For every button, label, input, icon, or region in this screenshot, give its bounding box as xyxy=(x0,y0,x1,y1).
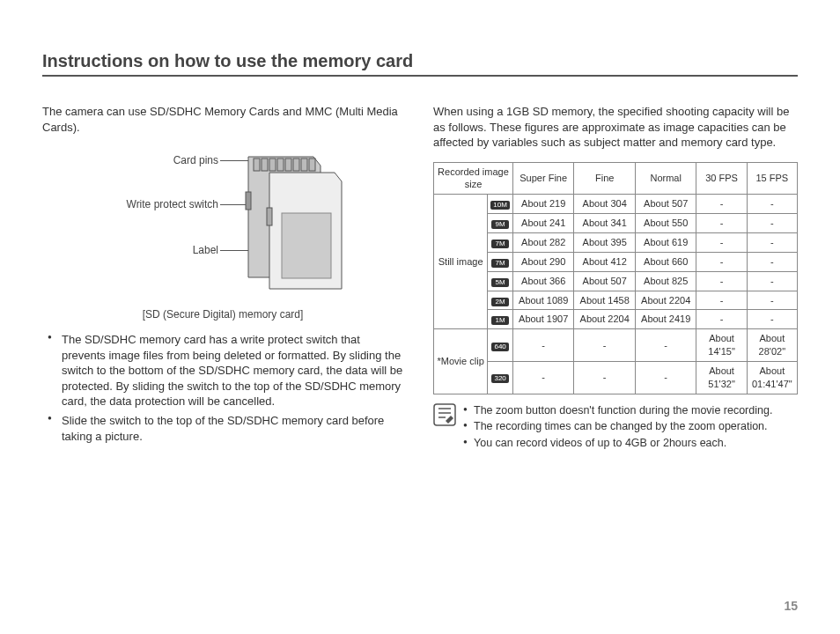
left-bullet-list: The SD/SDHC memory card has a write prot… xyxy=(42,332,403,444)
note-icon xyxy=(433,403,456,426)
intro-left: The camera can use SD/SDHC Memory Cards … xyxy=(42,104,403,135)
svg-rect-11 xyxy=(434,404,455,425)
size-icon: 5M xyxy=(491,278,509,287)
table-row: 9M About 241 About 341 About 550 - - xyxy=(434,214,798,233)
table-row: Still image 10M About 219 About 304 Abou… xyxy=(434,195,798,214)
size-icon: 1M xyxy=(491,316,509,325)
table-row: 7M About 282 About 395 About 619 - - xyxy=(434,233,798,253)
svg-rect-1 xyxy=(254,158,260,171)
group-still: Still image xyxy=(434,195,488,329)
sd-card-diagram: Card pins Write protect switch Label xyxy=(42,146,403,300)
diagram-caption: [SD (Secure Digital) memory card] xyxy=(42,307,403,321)
capacity-table: Recorded image size Super Fine Fine Norm… xyxy=(433,162,798,394)
svg-rect-5 xyxy=(285,158,291,171)
th-15fps: 15 FPS xyxy=(747,162,797,195)
size-icon: 10M xyxy=(490,201,510,210)
table-row: 320 - - - About 51'32" About 01:41'47" xyxy=(434,361,798,394)
note-2: The recording times can be changed by th… xyxy=(463,419,772,434)
table-row: 2M About 1089 About 1458 About 2204 - - xyxy=(434,291,798,310)
svg-rect-9 xyxy=(267,208,272,225)
size-icon: 9M xyxy=(491,220,509,229)
sd-card-svg xyxy=(243,150,366,291)
svg-rect-8 xyxy=(309,158,315,171)
svg-rect-3 xyxy=(269,158,276,171)
svg-rect-7 xyxy=(301,158,307,171)
page-title: Instructions on how to use the memory ca… xyxy=(42,51,798,77)
th-fine: Fine xyxy=(574,162,636,195)
left-column: The camera can use SD/SDHC Memory Cards … xyxy=(42,92,403,453)
note-3: You can record videos of up to 4GB or 2h… xyxy=(463,436,772,451)
size-icon: 7M xyxy=(491,240,509,248)
left-bullet-2: Slide the switch to the top of the SD/SD… xyxy=(55,413,403,444)
group-movie: *Movie clip xyxy=(434,329,488,394)
size-icon: 7M xyxy=(491,259,509,268)
svg-rect-2 xyxy=(262,158,268,171)
page-number: 15 xyxy=(784,599,798,613)
svg-rect-0 xyxy=(246,192,251,210)
size-icon: 2M xyxy=(491,298,509,306)
svg-rect-6 xyxy=(293,158,299,171)
label-label: Label xyxy=(113,243,218,257)
table-row: 7M About 290 About 412 About 660 - - xyxy=(434,252,798,271)
right-column: When using a 1GB SD memory, the specifie… xyxy=(433,92,798,453)
table-row: 1M About 1907 About 2204 About 2419 - - xyxy=(434,310,798,329)
size-icon: 640 xyxy=(491,343,509,351)
left-bullet-1: The SD/SDHC memory card has a write prot… xyxy=(55,332,403,409)
size-icon: 320 xyxy=(491,374,509,383)
th-30fps: 30 FPS xyxy=(696,162,747,195)
svg-rect-10 xyxy=(282,213,331,278)
label-pins: Card pins xyxy=(113,153,218,167)
table-row: 5M About 366 About 507 About 825 - - xyxy=(434,271,798,291)
th-recorded: Recorded image size xyxy=(434,162,513,195)
th-normal: Normal xyxy=(635,162,696,195)
svg-rect-4 xyxy=(277,158,284,171)
th-super-fine: Super Fine xyxy=(512,162,574,195)
intro-right: When using a 1GB SD memory, the specifie… xyxy=(433,104,798,151)
table-row: *Movie clip 640 - - - About 14'15" About… xyxy=(434,329,798,362)
note-box: The zoom button doesn't function during … xyxy=(433,403,798,453)
note-1: The zoom button doesn't function during … xyxy=(463,403,772,418)
label-switch: Write protect switch xyxy=(113,197,218,211)
